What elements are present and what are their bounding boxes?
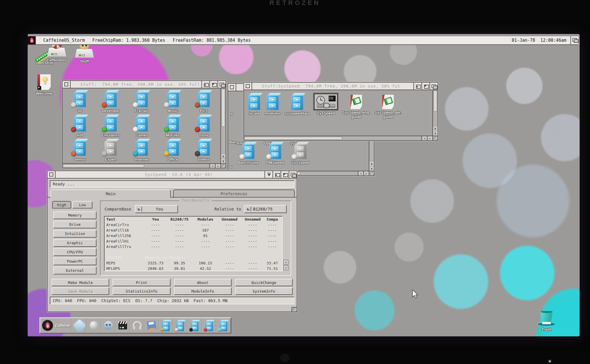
tab-high[interactable]: High [52, 201, 71, 208]
action-button-save-module[interactable]: Save Module [52, 287, 109, 295]
action-button-moduleinfo[interactable]: ModuleInfo [174, 287, 232, 295]
snapshot-gadget[interactable] [264, 171, 273, 178]
results-table[interactable]: TestYouB1260/75ModulesUnnamedUnnamedComp… [104, 216, 283, 271]
titlebar[interactable]: Stuff: 794,8M free, 200,6M in use, 20% f… [63, 81, 226, 88]
horizontal-scrollbar[interactable] [63, 163, 209, 168]
dock-item-spark[interactable] [72, 318, 87, 333]
close-gadget[interactable] [244, 83, 252, 90]
iconify-gadget[interactable] [273, 171, 281, 178]
file-icon-sysspeed_eng.[interactable]: SysSpeed_eng.guide [342, 92, 370, 119]
depth-gadget[interactable] [430, 83, 438, 90]
file-icon-3d[interactable]: 3D [64, 90, 95, 113]
resize-gadget[interactable] [220, 163, 226, 168]
category-button-cpu-fpu[interactable]: CPU/FPU [53, 248, 97, 256]
action-button-about[interactable]: About [174, 279, 232, 286]
resize-gadget[interactable] [432, 136, 438, 140]
file-icon-fractals[interactable]: Fractals [126, 90, 157, 113]
category-button-memory[interactable]: Memory [53, 211, 97, 219]
drawer-icon [136, 141, 148, 156]
depth-gadget[interactable] [218, 81, 226, 88]
close-gadget[interactable] [228, 84, 236, 91]
category-button-powerpc[interactable]: PowerPC [53, 257, 97, 265]
titlebar[interactable]: Stuff:SysSpeed 794,8M free, 200,6M in us… [244, 83, 438, 90]
scroll-arrows[interactable]: ∧∨ [432, 126, 438, 136]
table-row: MFLOPS2846.6339.8142.52--------71.51 [106, 266, 282, 271]
scroll-arrows[interactable]: ∧∨ [220, 153, 226, 163]
iconify-gadget[interactable] [413, 83, 421, 90]
dock-item-clapperboard[interactable] [116, 318, 130, 333]
window-sysspeed-app[interactable]: SysSpeed V2.6 (3 Apr 98) Ready ... Main … [47, 170, 297, 312]
file-icon-sysspeed[interactable]: SysSpeed [314, 92, 338, 115]
scroll-arrows[interactable]: ◂▸ [421, 136, 432, 140]
close-gadget[interactable] [63, 81, 71, 88]
depth-gadget[interactable] [289, 171, 297, 178]
file-icon-demos[interactable]: Demos [64, 138, 95, 162]
scroll-arrows[interactable]: ◂▸ [358, 171, 369, 175]
dock-item-sphere[interactable] [87, 318, 101, 333]
file-icon-games[interactable]: Games [126, 114, 157, 137]
file-icon-pics[interactable]: Pics [188, 90, 219, 113]
guide-doc-icon [351, 95, 362, 109]
zoom-gadget[interactable] [421, 83, 430, 90]
action-button-make-module[interactable]: Make Module [52, 279, 109, 286]
table-scroll-gadgets[interactable]: ∧ ∨ [283, 260, 288, 270]
scroll-arrows[interactable]: ◂▸ [209, 163, 220, 168]
scroll-arrows[interactable]: ∧∨ [369, 161, 374, 171]
window-sysspeed-drawer[interactable]: Stuff:SysSpeed 794,8M free, 200,6M in us… [243, 82, 438, 141]
file-icon-locale[interactable]: locale [248, 92, 260, 115]
file-icon-benchsuite[interactable]: BenchSuite [238, 141, 259, 165]
desktop-icon-trash[interactable]: Trash [534, 311, 559, 331]
category-button-drive[interactable]: Drive [53, 221, 97, 228]
dock-item-drawer-paint[interactable] [173, 318, 188, 333]
tab-low[interactable]: Low [72, 201, 92, 208]
tab-main[interactable]: Main [50, 189, 171, 198]
file-icon-sysspeed[interactable]: SysSpeed [292, 141, 309, 165]
relative-to-cycle[interactable]: ↻ B1260/75 [244, 205, 287, 213]
dock-item-ghost[interactable] [101, 318, 116, 333]
file-icon-music[interactable]: Music [157, 90, 188, 113]
file-icon-sysspeeddata[interactable]: sysspeeddata [285, 92, 309, 115]
zoom-gadget[interactable] [281, 171, 289, 178]
dock-item-drawer-penguin[interactable] [188, 318, 202, 333]
screen-menubar[interactable]: CaffeineOS_Storm FreeChipRam: 1.983.360 … [28, 36, 578, 45]
window-stuff[interactable]: Stuff: 794,8M free, 200,6M in use, 20% f… [62, 80, 226, 168]
file-icon-expert[interactable]: Expert [95, 138, 126, 162]
dock-item-caffeine[interactable]: Caffeine [40, 318, 72, 333]
resize-gadget[interactable] [292, 307, 297, 312]
file-icon-office[interactable]: Office [157, 138, 188, 162]
dock-item-headphones[interactable] [130, 318, 144, 333]
file-icon-tools[interactable]: Tools [188, 114, 219, 137]
horizontal-scrollbar[interactable] [244, 136, 421, 140]
dock-item-drawer-office[interactable] [159, 318, 173, 333]
action-button-quickchange[interactable]: QuickChange [235, 279, 293, 286]
vertical-scrollbar[interactable] [432, 90, 438, 126]
action-button-print[interactable]: Print [113, 279, 170, 286]
titlebar[interactable]: SysSpeed V2.6 (3 Apr 98) [48, 171, 297, 179]
category-button-graphic[interactable]: Graphic [53, 239, 97, 247]
compare-base-cycle[interactable]: ↻ You [135, 205, 178, 213]
file-icon-sysspeed_ger.[interactable]: SysSpeed_ger.guide [375, 92, 402, 119]
file-icon-modules[interactable]: modules [265, 92, 280, 115]
file-icon-internet[interactable]: Internet [126, 138, 157, 162]
tab-preferences[interactable]: Preferences [173, 189, 295, 198]
resize-gadget[interactable] [369, 171, 374, 175]
file-icon-p96speed[interactable]: P96Speed [266, 141, 284, 165]
screen-depth-gadget[interactable] [570, 36, 578, 44]
file-icon-myfiles[interactable]: MyFiles [157, 114, 188, 137]
desktop-icon-welcome[interactable]: Welcome [31, 74, 57, 96]
close-gadget[interactable] [48, 171, 56, 178]
dock-item-drawer-globe[interactable] [216, 318, 231, 333]
category-button-intuition[interactable]: Intuition [53, 230, 97, 238]
vertical-scrollbar[interactable] [220, 88, 226, 153]
dock-item-drawer-balls[interactable] [202, 318, 216, 333]
action-button-systeminfo[interactable]: SystemInfo [235, 287, 293, 295]
file-icon-videos[interactable]: Videos [188, 138, 219, 162]
zoom-gadget[interactable] [209, 81, 218, 88]
action-button-statisticsinfo[interactable]: StatisticsInfo [113, 287, 170, 295]
iconify-gadget[interactable] [201, 81, 209, 88]
category-button-external[interactable]: External [53, 267, 97, 274]
file-icon-developer[interactable]: Developer [95, 90, 126, 113]
dock-item-floppy[interactable] [144, 318, 159, 333]
file-icon-emulators[interactable]: Emulators [95, 114, 126, 137]
file-icon-adf[interactable]: Adf [64, 114, 95, 137]
